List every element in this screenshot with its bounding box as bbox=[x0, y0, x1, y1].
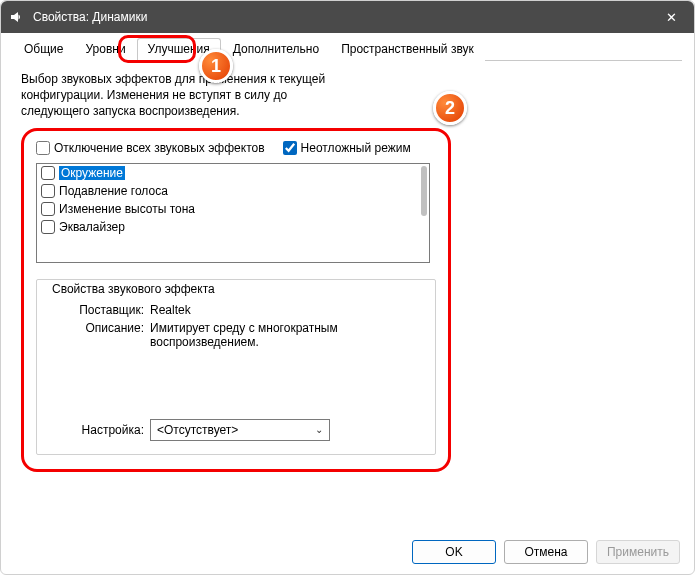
scrollbar[interactable] bbox=[421, 166, 427, 216]
tab-advanced-label: Дополнительно bbox=[233, 42, 319, 56]
list-item[interactable]: Подавление голоса bbox=[37, 182, 429, 200]
effect-properties-group: Свойства звукового эффекта Поставщик: Re… bbox=[36, 273, 436, 455]
effects-listbox[interactable]: Окружение Подавление голоса Изменение вы… bbox=[36, 163, 430, 263]
immediate-mode-checkbox[interactable]: Неотложный режим bbox=[283, 141, 411, 155]
cancel-button[interactable]: Отмена bbox=[504, 540, 588, 564]
description-text: Выбор звуковых эффектов для применения к… bbox=[21, 71, 351, 120]
disable-effects-input[interactable] bbox=[36, 141, 50, 155]
vendor-value: Realtek bbox=[150, 303, 422, 317]
disable-effects-checkbox[interactable]: Отключение всех звуковых эффектов bbox=[36, 141, 265, 155]
window-title: Свойства: Динамики bbox=[33, 10, 147, 24]
list-item[interactable]: Эквалайзер bbox=[37, 218, 429, 236]
tab-panel: Выбор звуковых эффектов для применения к… bbox=[13, 61, 682, 478]
effect-label: Подавление голоса bbox=[59, 184, 168, 198]
list-item[interactable]: Окружение bbox=[37, 164, 429, 182]
window: Свойства: Динамики ✕ Общие Уровни Улучше… bbox=[0, 0, 695, 575]
immediate-mode-input[interactable] bbox=[283, 141, 297, 155]
apply-button: Применить bbox=[596, 540, 680, 564]
vendor-row: Поставщик: Realtek bbox=[50, 303, 422, 317]
checkbox-icon[interactable] bbox=[41, 166, 55, 180]
tab-general[interactable]: Общие bbox=[13, 38, 74, 61]
checkbox-icon[interactable] bbox=[41, 220, 55, 234]
tab-spatial[interactable]: Пространственный звук bbox=[330, 38, 485, 61]
callout-badge-2: 2 bbox=[433, 91, 467, 125]
desc-value: Имитирует среду с многократным воспроизв… bbox=[150, 321, 422, 349]
tab-bar: Общие Уровни Улучшения ДоДополнительно П… bbox=[13, 37, 682, 61]
immediate-mode-label: Неотложный режим bbox=[301, 141, 411, 155]
close-button[interactable]: ✕ bbox=[648, 1, 694, 33]
options-row: Отключение всех звуковых эффектов Неотло… bbox=[36, 141, 436, 155]
highlighted-region: Отключение всех звуковых эффектов Неотло… bbox=[21, 128, 451, 472]
desc-label: Описание: bbox=[50, 321, 150, 349]
effect-label: Изменение высоты тона bbox=[59, 202, 195, 216]
setting-label: Настройка: bbox=[50, 423, 150, 437]
chevron-down-icon: ⌄ bbox=[315, 424, 323, 435]
checkbox-icon[interactable] bbox=[41, 202, 55, 216]
ok-button[interactable]: OK bbox=[412, 540, 496, 564]
list-item[interactable]: Изменение высоты тона bbox=[37, 200, 429, 218]
titlebar: Свойства: Динамики ✕ bbox=[1, 1, 694, 33]
dialog-footer: OK Отмена Применить bbox=[412, 540, 680, 564]
effect-label: Эквалайзер bbox=[59, 220, 125, 234]
checkbox-icon[interactable] bbox=[41, 184, 55, 198]
setting-value: <Отсутствует> bbox=[157, 423, 238, 437]
desc-row: Описание: Имитирует среду с многократным… bbox=[50, 321, 422, 349]
close-icon: ✕ bbox=[666, 10, 677, 25]
tab-levels[interactable]: Уровни bbox=[74, 38, 136, 61]
vendor-label: Поставщик: bbox=[50, 303, 150, 317]
disable-effects-label: Отключение всех звуковых эффектов bbox=[54, 141, 265, 155]
tab-advanced[interactable]: ДоДополнительно bbox=[221, 38, 330, 61]
callout-badge-1: 1 bbox=[199, 49, 233, 83]
setting-row: Настройка: <Отсутствует> ⌄ bbox=[50, 419, 422, 441]
effect-label: Окружение bbox=[59, 166, 125, 180]
setting-select[interactable]: <Отсутствует> ⌄ bbox=[150, 419, 330, 441]
group-title: Свойства звукового эффекта bbox=[48, 282, 219, 296]
content-area: Общие Уровни Улучшения ДоДополнительно П… bbox=[1, 33, 694, 478]
speaker-icon bbox=[9, 9, 25, 25]
